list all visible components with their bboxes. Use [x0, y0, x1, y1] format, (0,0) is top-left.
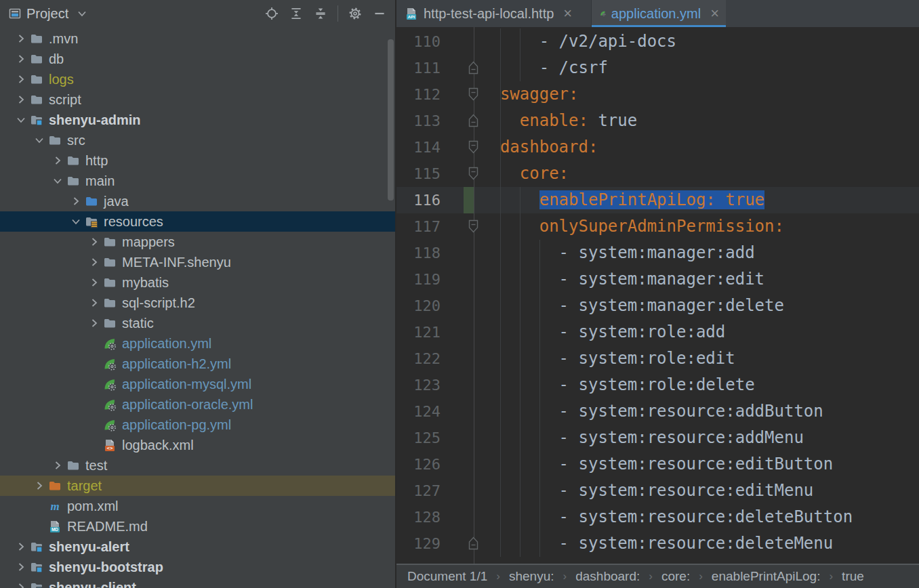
tree-item-logback-xml[interactable]: <>logback.xml	[0, 435, 395, 455]
tree-item-main[interactable]: main	[0, 171, 395, 191]
chevron-right-icon[interactable]	[12, 52, 30, 66]
code-text[interactable]: - system:manager:edit	[481, 266, 764, 293]
chevron-right-icon[interactable]	[12, 72, 30, 86]
vcs-change-marker[interactable]	[464, 187, 474, 213]
tree-item-shenyu-admin[interactable]: shenyu-admin	[0, 110, 395, 130]
code-line-116: 116 enablePrintApiLog: true	[396, 187, 919, 213]
editor-tab-application-yml[interactable]: application.yml×	[592, 0, 726, 27]
chevron-right-icon[interactable]	[67, 194, 85, 208]
hide-panel-icon[interactable]	[372, 6, 387, 21]
breadcrumb-item[interactable]: shenyu:	[509, 569, 554, 584]
code-text[interactable]: - /v2/api-docs	[481, 28, 676, 55]
code-text[interactable]: - system:role:delete	[481, 372, 755, 398]
chevron-right-icon[interactable]	[12, 540, 30, 553]
editor-area[interactable]: 110 - /v2/api-docs111 - /csrf112 swagger…	[396, 27, 919, 564]
code-text[interactable]: dashboard:	[481, 134, 598, 161]
code-text[interactable]: onlySuperAdminPermission:	[481, 213, 784, 240]
chevron-right-icon[interactable]	[30, 479, 48, 492]
settings-gear-icon[interactable]	[348, 6, 363, 21]
tree-item-test[interactable]: test	[0, 455, 395, 476]
editor-tab-http-test-api-local-http[interactable]: APIhttp-test-api-local.http×	[396, 0, 592, 27]
expand-all-icon[interactable]	[289, 6, 304, 21]
fold-end-icon[interactable]	[468, 537, 478, 550]
tree-item-readme-md[interactable]: MDREADME.md	[0, 516, 395, 537]
chevron-right-icon[interactable]	[85, 276, 103, 289]
code-text[interactable]: - system:resource:deleteMenu	[481, 530, 833, 557]
chevron-right-icon[interactable]	[49, 459, 66, 472]
folder-icon	[66, 154, 80, 167]
chevron-right-icon[interactable]	[85, 255, 103, 269]
code-text[interactable]: enable: true	[481, 108, 637, 134]
code-text[interactable]: - system:role:edit	[481, 345, 735, 372]
tree-item-pom-xml[interactable]: mpom.xml	[0, 496, 395, 516]
code-text[interactable]: enablePrintApiLog: true	[481, 187, 764, 213]
tree-item-shenyu-alert[interactable]: shenyu-alert	[0, 537, 395, 557]
chevron-right-icon[interactable]	[85, 235, 103, 249]
code-text[interactable]: - system:resource:addButton	[481, 398, 823, 425]
tree-item--mvn[interactable]: .mvn	[0, 28, 395, 49]
tree-item-src[interactable]: src	[0, 130, 395, 150]
tree-item-static[interactable]: static	[0, 313, 395, 333]
breadcrumb-item[interactable]: true	[842, 569, 864, 584]
chevron-down-icon[interactable]	[30, 133, 48, 147]
locate-icon[interactable]	[264, 6, 279, 21]
code-text[interactable]: - system:resource:editButton	[481, 451, 833, 478]
code-text[interactable]: - system:manager:delete	[481, 293, 784, 319]
tree-item-meta-inf-shenyu[interactable]: META-INF.shenyu	[0, 252, 395, 272]
fold-start-icon[interactable]	[468, 140, 478, 154]
chevron-right-icon[interactable]	[12, 32, 30, 45]
code-text[interactable]: swagger:	[481, 81, 579, 108]
collapse-all-icon[interactable]	[313, 6, 328, 21]
tree-item-application-oracle-yml[interactable]: application-oracle.yml	[0, 394, 395, 415]
fold-start-icon[interactable]	[468, 219, 478, 233]
code-text[interactable]: - system:role:add	[481, 319, 725, 345]
chevron-right-icon[interactable]	[12, 581, 30, 588]
code-text[interactable]: - system:resource:deleteButton	[481, 504, 853, 530]
close-icon[interactable]: ×	[710, 7, 719, 20]
breadcrumb-item[interactable]: enablePrintApiLog:	[712, 569, 821, 584]
code-text[interactable]: - system:resource:editMenu	[481, 478, 813, 504]
tree-item-application-mysql-yml[interactable]: application-mysql.yml	[0, 374, 395, 394]
tree-item-shenyu-bootstrap[interactable]: shenyu-bootstrap	[0, 557, 395, 577]
tree-item-sql-script-h2[interactable]: sql-script.h2	[0, 293, 395, 313]
tree-item-label: http	[85, 153, 108, 169]
tree-item-target[interactable]: target	[0, 476, 395, 496]
chevron-right-icon[interactable]	[49, 154, 66, 167]
chevron-down-icon[interactable]	[12, 113, 30, 127]
breadcrumb-item[interactable]: core:	[661, 569, 690, 584]
chevron-right-icon[interactable]	[12, 560, 30, 574]
tree-item-logs[interactable]: logs	[0, 69, 395, 89]
tree-item-db[interactable]: db	[0, 49, 395, 69]
tree-item-label: shenyu-client	[49, 580, 136, 588]
tree-item-application-pg-yml[interactable]: application-pg.yml	[0, 415, 395, 435]
chevron-down-icon[interactable]	[75, 7, 89, 20]
tree-scrollbar[interactable]	[388, 39, 394, 201]
chevron-right-icon[interactable]	[12, 93, 30, 106]
breadcrumb-item[interactable]: Document 1/1	[407, 569, 487, 584]
chevron-right-icon[interactable]	[85, 296, 103, 310]
code-text[interactable]: - system:resource:addMenu	[481, 425, 804, 451]
close-icon[interactable]: ×	[563, 7, 572, 20]
chevron-down-icon[interactable]	[49, 174, 66, 188]
project-panel-title: Project	[26, 6, 68, 22]
tree-item-java[interactable]: java	[0, 191, 395, 211]
code-text[interactable]: - /csrf	[481, 55, 608, 81]
tree-item-mappers[interactable]: mappers	[0, 232, 395, 252]
fold-start-icon[interactable]	[468, 167, 478, 180]
tree-item-application-h2-yml[interactable]: application-h2.yml	[0, 354, 395, 374]
tree-item-http[interactable]: http	[0, 150, 395, 171]
code-text[interactable]: core:	[481, 161, 569, 187]
chevron-down-icon[interactable]	[67, 215, 85, 228]
tree-item-application-yml[interactable]: application.yml	[0, 333, 395, 354]
breadcrumb-item[interactable]: dashboard:	[575, 569, 640, 584]
tree-item-shenyu-client[interactable]: shenyu-client	[0, 577, 395, 588]
tree-item-resources[interactable]: resources	[0, 211, 395, 232]
code-line-127: 127 - system:resource:editMenu	[396, 478, 919, 504]
tree-item-mybatis[interactable]: mybatis	[0, 272, 395, 293]
fold-end-icon[interactable]	[468, 114, 478, 127]
tree-item-script[interactable]: script	[0, 89, 395, 110]
code-text[interactable]: - system:manager:add	[481, 240, 755, 266]
fold-start-icon[interactable]	[468, 87, 478, 101]
fold-end-icon[interactable]	[468, 61, 478, 75]
chevron-right-icon[interactable]	[85, 316, 103, 330]
